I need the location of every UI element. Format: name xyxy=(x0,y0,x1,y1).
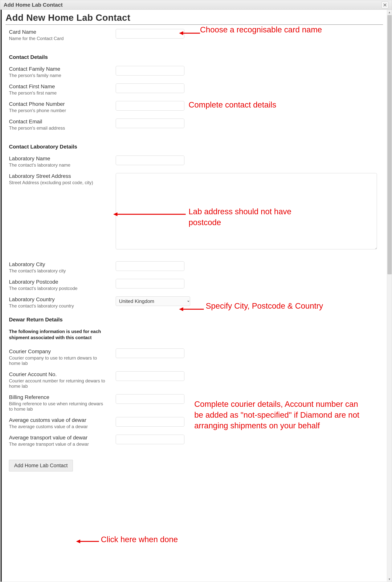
lab-city-desc: The contact's laboratory city xyxy=(9,268,108,274)
card-name-desc: Name for the Contact Card xyxy=(9,36,108,41)
phone-desc: The person's phone number xyxy=(9,108,108,113)
family-name-input[interactable] xyxy=(116,66,184,75)
avg-transport-desc: The average transport value of a dewar xyxy=(9,442,108,447)
lab-country-select[interactable]: United Kingdom xyxy=(116,296,190,306)
modal-body: Add New Home Lab Contact Card Name Name … xyxy=(0,10,387,582)
lab-postcode-input[interactable] xyxy=(116,279,184,288)
section-contact-details: Contact Details xyxy=(9,54,383,60)
lab-name-label: Laboratory Name xyxy=(9,155,108,162)
scroll-up-icon[interactable]: ▴ xyxy=(387,10,392,15)
section-dewar-return: Dewar Return Details xyxy=(9,317,383,323)
first-name-desc: The person's first name xyxy=(9,90,108,96)
avg-customs-desc: The average customs value of a dewar xyxy=(9,424,108,429)
courier-company-input[interactable] xyxy=(116,349,184,358)
annotation-submit: Click here when done xyxy=(101,534,178,545)
close-icon[interactable] xyxy=(382,1,388,8)
lab-name-desc: The contact's laboratory name xyxy=(9,162,108,168)
svg-marker-7 xyxy=(76,540,80,543)
family-name-desc: The person's family name xyxy=(9,73,108,78)
courier-account-desc: Courier account number for returning dew… xyxy=(9,378,108,389)
lab-postcode-label: Laboratory Postcode xyxy=(9,279,108,285)
lab-address-input[interactable] xyxy=(116,173,377,249)
first-name-input[interactable] xyxy=(116,83,184,93)
section-contact-lab-details: Contact Laboratory Details xyxy=(9,144,383,150)
lab-name-input[interactable] xyxy=(116,155,184,165)
email-desc: The person's email address xyxy=(9,125,108,131)
lab-country-desc: The contact's laboratory country xyxy=(9,303,108,309)
lab-postcode-desc: The contact's laboratory postcode xyxy=(9,286,108,291)
lab-address-desc: Street Address (excluding post code, cit… xyxy=(9,180,108,185)
lab-city-input[interactable] xyxy=(116,261,184,271)
courier-account-label: Courier Account No. xyxy=(9,371,108,377)
courier-company-desc: Courier company to use to return dewars … xyxy=(9,355,108,366)
first-name-label: Contact First Name xyxy=(9,83,108,90)
billing-ref-input[interactable] xyxy=(116,394,184,404)
lab-country-label: Laboratory Country xyxy=(9,296,108,303)
email-label: Contact Email xyxy=(9,118,108,125)
page-title: Add New Home Lab Contact xyxy=(6,12,383,23)
avg-customs-label: Average customs value of dewar xyxy=(9,417,108,423)
arrow-icon xyxy=(76,539,99,544)
section-dewar-return-sub: The following information is used for ea… xyxy=(9,328,108,341)
avg-transport-label: Average transport value of dewar xyxy=(9,435,108,441)
scrollbar[interactable]: ▴ ▾ xyxy=(387,10,392,582)
phone-label: Contact Phone Number xyxy=(9,101,108,107)
scroll-down-icon[interactable]: ▾ xyxy=(387,577,392,582)
modal-header-title: Add Home Lab Contact xyxy=(4,2,63,8)
billing-ref-desc: Billing reference to use when returning … xyxy=(9,401,108,412)
modal-header: Add Home Lab Contact xyxy=(0,0,392,10)
courier-account-input[interactable] xyxy=(116,371,184,381)
courier-company-label: Courier Company xyxy=(9,349,108,355)
avg-customs-input[interactable] xyxy=(116,417,184,427)
billing-ref-label: Billing Reference xyxy=(9,394,108,400)
modal-dialog: Add Home Lab Contact Add New Home Lab Co… xyxy=(0,0,392,582)
scroll-thumb[interactable] xyxy=(388,15,392,274)
divider xyxy=(6,24,383,25)
email-input[interactable] xyxy=(116,118,184,128)
add-home-lab-contact-button[interactable]: Add Home Lab Contact xyxy=(9,460,73,472)
family-name-label: Contact Family Name xyxy=(9,66,108,72)
card-name-input[interactable] xyxy=(116,29,184,38)
phone-input[interactable] xyxy=(116,101,184,110)
lab-address-label: Laboratory Street Address xyxy=(9,173,108,179)
lab-city-label: Laboratory City xyxy=(9,261,108,267)
card-name-label: Card Name xyxy=(9,29,108,35)
avg-transport-input[interactable] xyxy=(116,435,184,444)
